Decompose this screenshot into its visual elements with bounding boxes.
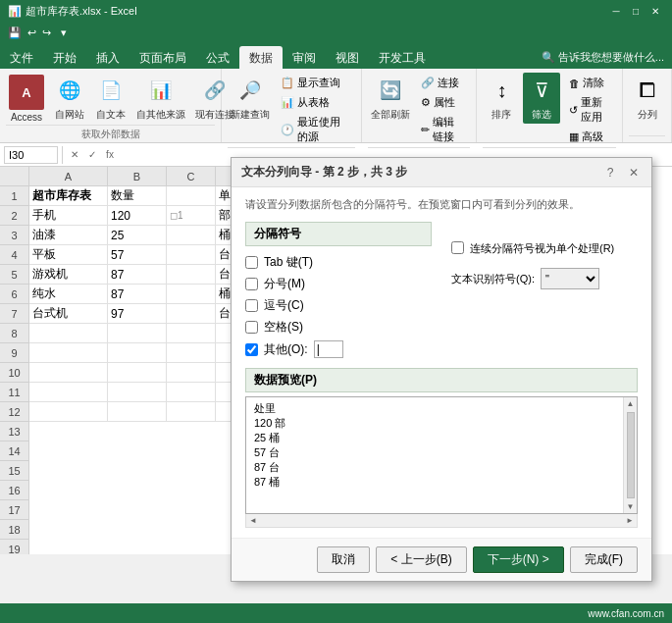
prev-step-button[interactable]: < 上一步(B) — [376, 546, 466, 573]
cell-b10[interactable] — [108, 363, 167, 383]
cell-c6[interactable] — [167, 285, 216, 304]
horizontal-scrollbar[interactable]: ◄ ► — [245, 514, 638, 528]
cell-reference[interactable] — [4, 146, 58, 164]
consecutive-checkbox[interactable] — [451, 241, 464, 254]
redo-icon[interactable]: ↪ — [42, 26, 51, 39]
vertical-scrollbar[interactable]: ▲ ▼ — [623, 397, 637, 513]
cell-b5[interactable]: 87 — [108, 265, 167, 285]
cell-b3[interactable]: 25 — [108, 226, 167, 245]
undo-dropdown[interactable]: ▾ — [61, 26, 67, 39]
scroll-down-button[interactable]: ▼ — [625, 500, 637, 513]
row-header-7[interactable]: 7 — [0, 304, 29, 324]
tab-page-layout[interactable]: 页面布局 — [129, 46, 196, 69]
save-icon[interactable]: 💾 — [8, 26, 22, 39]
undo-icon[interactable]: ↩ — [27, 26, 36, 39]
checkbox-other-input[interactable] — [245, 343, 258, 356]
row-header-13[interactable]: 13 — [0, 422, 29, 441]
from-table-button[interactable]: 📊 从表格 — [278, 94, 351, 111]
cell-b7[interactable]: 97 — [108, 304, 167, 324]
row-header-10[interactable]: 10 — [0, 363, 29, 383]
tab-developer[interactable]: 开发工具 — [369, 46, 436, 69]
cell-a7[interactable]: 台式机 — [29, 304, 108, 324]
tab-insert[interactable]: 插入 — [86, 46, 129, 69]
filter-button[interactable]: ⊽ 筛选 — [523, 73, 560, 124]
insert-function-button[interactable]: fx — [102, 147, 118, 163]
other-delimiter-input[interactable] — [314, 340, 343, 358]
row-header-16[interactable]: 16 — [0, 481, 29, 500]
row-header-18[interactable]: 18 — [0, 520, 29, 540]
cell-b4[interactable]: 57 — [108, 245, 167, 265]
cell-a5[interactable]: 游戏机 — [29, 265, 108, 285]
tab-review[interactable]: 审阅 — [283, 46, 326, 69]
row-header-8[interactable]: 8 — [0, 324, 29, 343]
clear-button[interactable]: 🗑 清除 — [566, 75, 613, 91]
row-header-17[interactable]: 17 — [0, 500, 29, 520]
cell-c8[interactable] — [167, 324, 216, 343]
cell-c1[interactable] — [167, 186, 216, 206]
cell-a1[interactable]: 超市库存表 — [29, 186, 108, 206]
reapply-button[interactable]: ↺ 重新应用 — [566, 94, 613, 126]
tab-data[interactable]: 数据 — [239, 46, 283, 69]
cell-a4[interactable]: 平板 — [29, 245, 108, 265]
tab-view[interactable]: 视图 — [326, 46, 369, 69]
tab-home[interactable]: 开始 — [43, 46, 86, 69]
row-header-5[interactable]: 5 — [0, 265, 29, 285]
row-header-14[interactable]: 14 — [0, 441, 29, 461]
sort-button[interactable]: ↕ 排序 — [483, 73, 520, 124]
row-header-1[interactable]: 1 — [0, 186, 29, 206]
row-header-4[interactable]: 4 — [0, 245, 29, 265]
split-col-button[interactable]: ⧠ 分列 — [629, 73, 666, 124]
advanced-button[interactable]: ▦ 高级 — [566, 129, 613, 145]
cell-c4[interactable] — [167, 245, 216, 265]
checkbox-space-input[interactable] — [245, 321, 258, 334]
cell-a3[interactable]: 油漆 — [29, 226, 108, 245]
cell-c5[interactable] — [167, 265, 216, 285]
cell-a8[interactable] — [29, 324, 108, 343]
cell-c10[interactable] — [167, 363, 216, 383]
recent-sources-button[interactable]: 🕐 最近使用的源 — [278, 114, 351, 145]
row-header-6[interactable]: 6 — [0, 285, 29, 304]
next-step-button[interactable]: 下一步(N) > — [473, 546, 564, 573]
cell-c9[interactable] — [167, 343, 216, 363]
cell-c7[interactable] — [167, 304, 216, 324]
properties-button[interactable]: ⚙ 属性 — [418, 94, 468, 111]
other-sources-button[interactable]: 📊 自其他来源 — [133, 73, 188, 124]
cell-b9[interactable] — [108, 343, 167, 363]
scroll-left-button[interactable]: ◄ — [246, 516, 260, 525]
cell-b1[interactable]: 数量 — [108, 186, 167, 206]
cell-b12[interactable] — [108, 402, 167, 422]
confirm-formula-button[interactable]: ✓ — [84, 147, 100, 163]
row-header-9[interactable]: 9 — [0, 343, 29, 363]
maximize-button[interactable]: □ — [627, 3, 645, 19]
row-header-19[interactable]: 19 — [0, 540, 29, 554]
scroll-right-button[interactable]: ► — [623, 516, 637, 525]
refresh-all-button[interactable]: 🔄 全部刷新 — [368, 73, 413, 124]
row-header-3[interactable]: 3 — [0, 226, 29, 245]
close-button[interactable]: ✕ — [646, 3, 664, 19]
cell-a12[interactable] — [29, 402, 108, 422]
cell-a10[interactable] — [29, 363, 108, 383]
dialog-close-button[interactable]: ✕ — [626, 165, 642, 181]
tab-formula[interactable]: 公式 — [196, 46, 239, 69]
show-query-button[interactable]: 📋 显示查询 — [278, 75, 351, 91]
connections-button[interactable]: 🔗 连接 — [418, 75, 468, 91]
row-header-15[interactable]: 15 — [0, 461, 29, 481]
access-button[interactable]: A Access — [6, 73, 47, 125]
cell-c12[interactable] — [167, 402, 216, 422]
row-header-11[interactable]: 11 — [0, 383, 29, 402]
cancel-dialog-button[interactable]: 取消 — [317, 546, 370, 573]
cell-b11[interactable] — [108, 383, 167, 402]
cell-a2[interactable]: 手机 — [29, 206, 108, 226]
cell-c11[interactable] — [167, 383, 216, 402]
qualifier-select[interactable]: " ' {无} — [541, 268, 599, 289]
cell-a9[interactable] — [29, 343, 108, 363]
col-header-bc[interactable]: C — [167, 167, 216, 186]
checkbox-semicolon-input[interactable] — [245, 278, 258, 290]
cell-a11[interactable] — [29, 383, 108, 402]
web-button[interactable]: 🌐 自网站 — [51, 73, 88, 124]
new-query-button[interactable]: 🔎 新建查询 — [228, 73, 273, 124]
text-button[interactable]: 📄 自文本 — [92, 73, 129, 124]
cell-c3[interactable] — [167, 226, 216, 245]
finish-button[interactable]: 完成(F) — [570, 546, 638, 573]
cell-b2[interactable]: 120 — [108, 206, 167, 226]
